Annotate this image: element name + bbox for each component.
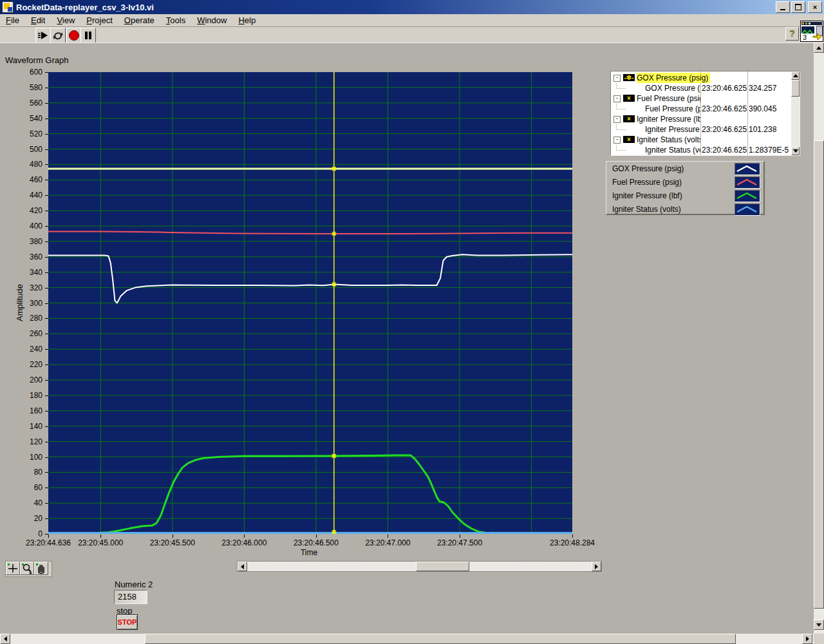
window-h-scroll-thumb[interactable]: [145, 634, 736, 644]
cursor-marker-icon[interactable]: [332, 282, 337, 287]
graph-scroll-left-button[interactable]: [238, 562, 247, 571]
cursor-x-icon[interactable]: ×: [623, 115, 635, 122]
y-axis-tick-label: 520: [13, 129, 42, 138]
cursor-x-icon[interactable]: ×: [623, 136, 635, 143]
plot-legend-item[interactable]: Igniter Pressure (lbf): [606, 189, 763, 203]
cursor-crosshair-icon[interactable]: -✻-: [623, 74, 635, 81]
plot-legend-line-sample[interactable]: [735, 204, 760, 216]
window-scroll-down-button[interactable]: [814, 620, 824, 630]
cursor-y-value: 101.238: [749, 124, 791, 135]
up-arrow-icon: [816, 46, 821, 50]
cursor-legend-cursor-row[interactable]: Igniter Status (vc23:20:46.6251.28379E-5: [611, 145, 791, 155]
magnifier-icon: [21, 562, 33, 574]
vi-icon-pane: 3: [800, 21, 823, 42]
x-tick-mark: [572, 535, 573, 538]
minimize-button[interactable]: [776, 1, 790, 13]
graph-scroll-thumb[interactable]: [416, 562, 469, 571]
y-axis-tick-label: 260: [13, 329, 42, 338]
cursor-legend-cursor-row[interactable]: GOX Pressure (ps23:20:46.625324.257: [611, 83, 791, 93]
title-bar: RocketData-replayer_csv_3-lv10.vi ×: [0, 0, 824, 14]
numeric-input[interactable]: 2158: [114, 590, 147, 604]
collapse-icon[interactable]: -: [613, 75, 621, 82]
run-arrow-icon: [37, 31, 49, 40]
right-arrow-icon: [595, 564, 598, 569]
cursor-marker-icon[interactable]: [332, 231, 337, 236]
y-axis-tick-label: 200: [13, 375, 42, 384]
y-axis-tick-label: 540: [13, 114, 42, 123]
cursor-legend-plot-row[interactable]: -×Fuel Pressure (psig): [611, 93, 791, 104]
collapse-icon[interactable]: -: [613, 116, 621, 123]
cursor-marker-icon[interactable]: [332, 166, 337, 171]
collapse-icon[interactable]: -: [613, 95, 621, 102]
plot-legend-item[interactable]: Igniter Status (volts): [606, 203, 763, 216]
pause-button[interactable]: [80, 28, 96, 43]
cursor-legend-plot-name: Igniter Status (volts): [637, 135, 700, 145]
y-axis-tick-label: 600: [13, 68, 42, 77]
stop-button[interactable]: STOP: [117, 614, 138, 630]
menu-item-tools[interactable]: Tools: [160, 14, 191, 26]
graph-label: Waveform Graph: [5, 55, 69, 65]
run-continuously-button[interactable]: [50, 28, 66, 43]
graph-scroll-right-button[interactable]: [592, 562, 601, 571]
cursor-legend-scrollbar[interactable]: [791, 71, 800, 155]
abort-stop-icon: [68, 30, 80, 41]
window-scroll-left-button[interactable]: [0, 634, 10, 644]
window-h-scrollbar[interactable]: [0, 634, 814, 644]
menu-item-operate[interactable]: Operate: [118, 14, 160, 26]
window-scroll-up-button[interactable]: [814, 43, 824, 53]
cursor-legend-plot-name: GOX Pressure (psig): [637, 73, 710, 83]
cursor-legend-cursor-name: GOX Pressure (ps: [645, 83, 700, 93]
window-v-scrollbar[interactable]: [814, 43, 824, 634]
run-button[interactable]: [35, 28, 51, 43]
x-tick-mark: [48, 535, 49, 538]
plot-legend-line-sample[interactable]: [735, 176, 760, 189]
window-v-scroll-thumb[interactable]: [814, 140, 824, 609]
x-axis-tick-label: 23:20:47.500: [437, 538, 482, 547]
plot-legend-line-sample[interactable]: [735, 163, 760, 175]
menu-item-project[interactable]: Project: [80, 14, 118, 26]
plot-legend-line-sample[interactable]: [735, 190, 760, 202]
cursor-legend-scroll-thumb[interactable]: [791, 80, 800, 97]
plot-legend-item[interactable]: Fuel Pressure (psig): [606, 176, 763, 189]
labview-vi-icon: [2, 1, 14, 13]
cursor-legend-scroll-down-button[interactable]: [791, 147, 800, 155]
down-arrow-icon: [793, 149, 798, 153]
menu-item-window[interactable]: Window: [191, 14, 232, 26]
cursor-legend-plot-row[interactable]: -×Igniter Status (volts): [611, 135, 791, 145]
cursor-time-value: 23:20:46.625: [702, 124, 747, 135]
cursor-x-icon[interactable]: ×: [623, 95, 635, 102]
menu-item-file[interactable]: File: [0, 14, 25, 26]
plot-legend-item[interactable]: GOX Pressure (psig): [606, 162, 763, 176]
window-scroll-right-button[interactable]: [802, 634, 812, 644]
cursor-legend-plot-row[interactable]: -×Igniter Pressure (lbf): [611, 114, 791, 124]
cursor-legend: --✻-GOX Pressure (psig)GOX Pressure (ps2…: [610, 71, 800, 156]
menu-item-edit[interactable]: Edit: [25, 14, 51, 26]
abort-button[interactable]: [66, 28, 82, 43]
cursor-y-value: 1.28379E-5: [749, 145, 791, 155]
menu-item-help[interactable]: Help: [232, 14, 261, 26]
y-axis-tick-label: 580: [13, 83, 42, 92]
cursor-time-value: 23:20:46.625: [702, 145, 747, 155]
toolbar: [0, 27, 824, 43]
close-button[interactable]: ×: [808, 1, 822, 13]
cursor-marker-icon[interactable]: [332, 453, 337, 459]
plot-legend-label: Fuel Pressure (psig): [612, 178, 682, 187]
y-axis-tick-label: 120: [13, 437, 42, 446]
cursor-legend-cursor-row[interactable]: Fuel Pressure (ps23:20:46.625390.045: [611, 104, 791, 114]
cursor-legend-cursor-row[interactable]: Igniter Pressure (23:20:46.625101.238: [611, 124, 791, 135]
menu-item-view[interactable]: View: [51, 14, 80, 26]
collapse-icon[interactable]: -: [613, 137, 621, 144]
restore-button[interactable]: [791, 1, 805, 13]
pan-tool-button[interactable]: [34, 562, 48, 575]
plot-legend: GOX Pressure (psig)Fuel Pressure (psig)I…: [606, 161, 765, 215]
cursor-time-value: 23:20:46.625: [702, 104, 747, 114]
y-axis-tick-label: 160: [13, 406, 42, 415]
cursor-movement-tool-button[interactable]: [6, 562, 20, 575]
waveform-graph-plot-area[interactable]: [48, 72, 572, 534]
cursor-legend-plot-row[interactable]: --✻-GOX Pressure (psig): [611, 73, 791, 83]
zoom-tool-button[interactable]: [20, 562, 34, 575]
graph-x-scrollbar[interactable]: [237, 561, 602, 572]
x-axis-tick-label: 23:20:47.000: [365, 538, 410, 547]
cursor-legend-scroll-up-button[interactable]: [791, 71, 800, 80]
context-help-button[interactable]: ?: [785, 27, 799, 41]
